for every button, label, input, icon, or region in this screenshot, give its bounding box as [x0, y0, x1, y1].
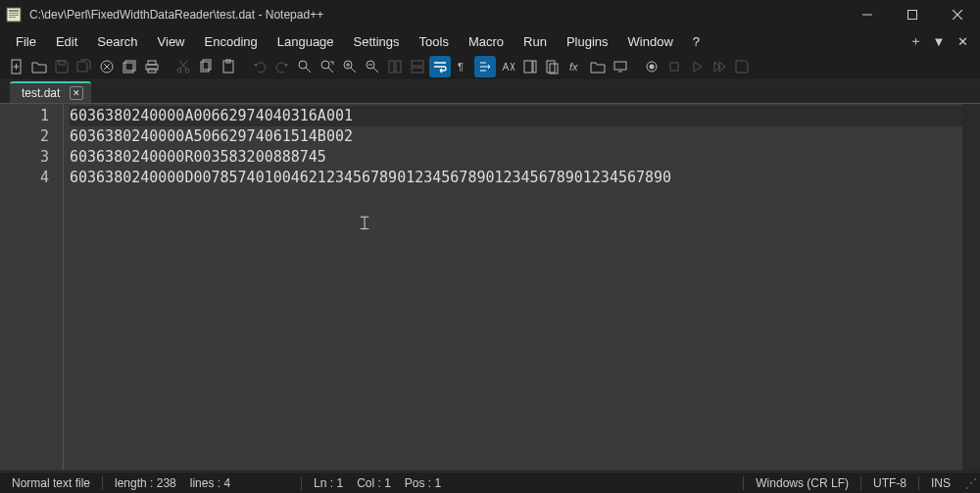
menu-run[interactable]: Run — [514, 32, 557, 51]
zoom-out-icon[interactable] — [362, 56, 383, 77]
menu-tools[interactable]: Tools — [410, 32, 459, 51]
folder-workspace-icon[interactable] — [587, 56, 609, 77]
title-bar: C:\dev\Perl\FixedWidthDataReader\test.da… — [0, 0, 980, 29]
status-pos: Pos : 1 — [405, 476, 441, 490]
svg-line-23 — [180, 61, 187, 69]
svg-text:fx: fx — [569, 61, 578, 73]
tab-active[interactable]: test.dat ✕ — [10, 81, 91, 103]
copy-icon[interactable] — [195, 56, 217, 77]
close-button[interactable] — [935, 0, 980, 29]
svg-rect-6 — [908, 11, 917, 20]
redo-icon[interactable] — [271, 56, 293, 77]
svg-rect-43 — [412, 68, 423, 73]
svg-point-31 — [321, 61, 329, 69]
svg-rect-48 — [524, 61, 532, 73]
code-line: 6036380240000A00662974040316A001 — [70, 106, 962, 126]
find-icon[interactable] — [294, 56, 316, 77]
menu-settings[interactable]: Settings — [344, 32, 410, 51]
menu-dropdown-icon[interactable]: ▼ — [927, 29, 951, 53]
menu-close-icon[interactable]: ✕ — [951, 29, 974, 53]
code-area[interactable]: 6036380240000A00662974040316A001 6036380… — [64, 104, 962, 470]
record-icon[interactable] — [641, 56, 662, 77]
resize-grip-icon[interactable]: ⋰ — [962, 476, 980, 490]
menu-plugins[interactable]: Plugins — [557, 32, 618, 51]
new-file-icon[interactable] — [6, 56, 27, 77]
status-ln: Ln : 1 — [314, 476, 343, 490]
svg-rect-53 — [614, 62, 626, 70]
replace-icon[interactable] — [317, 56, 338, 77]
menu-help[interactable]: ? — [683, 32, 710, 51]
cut-icon[interactable] — [172, 56, 194, 77]
stop-icon[interactable] — [663, 56, 685, 77]
play-multi-icon[interactable] — [709, 56, 730, 77]
funclist-icon[interactable]: fx — [564, 56, 586, 77]
status-mode[interactable]: INS — [919, 476, 962, 490]
text-cursor-icon: 𝙸 — [358, 212, 371, 234]
svg-line-32 — [328, 68, 333, 73]
close-all-icon[interactable] — [119, 56, 140, 77]
close-file-icon[interactable] — [96, 56, 118, 77]
save-icon[interactable] — [51, 56, 73, 77]
paste-icon[interactable] — [218, 56, 239, 77]
sync-h-icon[interactable] — [407, 56, 428, 77]
line-number: 2 — [0, 126, 49, 147]
svg-rect-18 — [148, 61, 156, 65]
svg-rect-4 — [9, 17, 16, 18]
print-icon[interactable] — [141, 56, 163, 77]
menu-file[interactable]: File — [6, 32, 46, 51]
status-eol[interactable]: Windows (CR LF) — [744, 476, 860, 490]
svg-text:¶: ¶ — [458, 61, 464, 73]
tab-label: test.dat — [22, 86, 60, 100]
vertical-scrollbar[interactable] — [962, 104, 980, 470]
svg-line-24 — [179, 61, 186, 69]
status-encoding[interactable]: UTF-8 — [861, 476, 918, 490]
app-icon — [6, 7, 22, 23]
svg-rect-42 — [412, 61, 423, 66]
svg-point-29 — [299, 61, 307, 69]
status-bar: Normal text file length : 238 lines : 4 … — [0, 471, 980, 493]
svg-rect-57 — [670, 63, 678, 71]
svg-line-38 — [373, 68, 378, 73]
svg-rect-2 — [9, 13, 19, 14]
status-col: Col : 1 — [357, 476, 391, 490]
open-file-icon[interactable] — [28, 56, 50, 77]
undo-icon[interactable] — [249, 56, 270, 77]
indent-guide-icon[interactable] — [474, 56, 496, 77]
line-number-gutter: 1 2 3 4 — [0, 104, 64, 470]
svg-point-56 — [650, 64, 655, 69]
minimize-button[interactable] — [845, 0, 890, 29]
toolbar: ¶ fx — [0, 53, 980, 80]
doclist-icon[interactable] — [542, 56, 564, 77]
save-all-icon[interactable] — [74, 56, 95, 77]
show-chars-icon[interactable]: ¶ — [452, 56, 473, 77]
sync-v-icon[interactable] — [384, 56, 406, 77]
menu-search[interactable]: Search — [87, 32, 147, 51]
svg-rect-3 — [9, 15, 19, 16]
zoom-in-icon[interactable] — [339, 56, 361, 77]
menu-language[interactable]: Language — [268, 32, 344, 51]
wordwrap-icon[interactable] — [429, 56, 451, 77]
menu-encoding[interactable]: Encoding — [195, 32, 268, 51]
docmap-icon[interactable] — [519, 56, 541, 77]
svg-point-22 — [185, 69, 189, 73]
menu-plus-icon[interactable]: ＋ — [904, 29, 927, 53]
svg-rect-49 — [533, 61, 536, 73]
udl-icon[interactable] — [497, 56, 518, 77]
status-length: length : 238 — [115, 476, 176, 490]
editor: 1 2 3 4 6036380240000A00662974040316A001… — [0, 104, 980, 470]
menu-edit[interactable]: Edit — [46, 32, 87, 51]
code-line: 6036380240000R003583200888745 — [70, 147, 962, 168]
svg-line-30 — [306, 68, 311, 73]
monitor-icon[interactable] — [610, 56, 631, 77]
menu-window[interactable]: Window — [618, 32, 683, 51]
svg-rect-40 — [389, 61, 394, 73]
code-line: 6036380240000D00785740100462123456789012… — [70, 168, 962, 188]
svg-rect-1 — [9, 10, 19, 12]
tab-close-icon[interactable]: ✕ — [70, 86, 83, 100]
maximize-button[interactable] — [890, 0, 935, 29]
save-macro-icon[interactable] — [731, 56, 753, 77]
menu-view[interactable]: View — [148, 32, 195, 51]
svg-rect-50 — [547, 61, 555, 73]
play-icon[interactable] — [686, 56, 708, 77]
menu-macro[interactable]: Macro — [459, 32, 514, 51]
